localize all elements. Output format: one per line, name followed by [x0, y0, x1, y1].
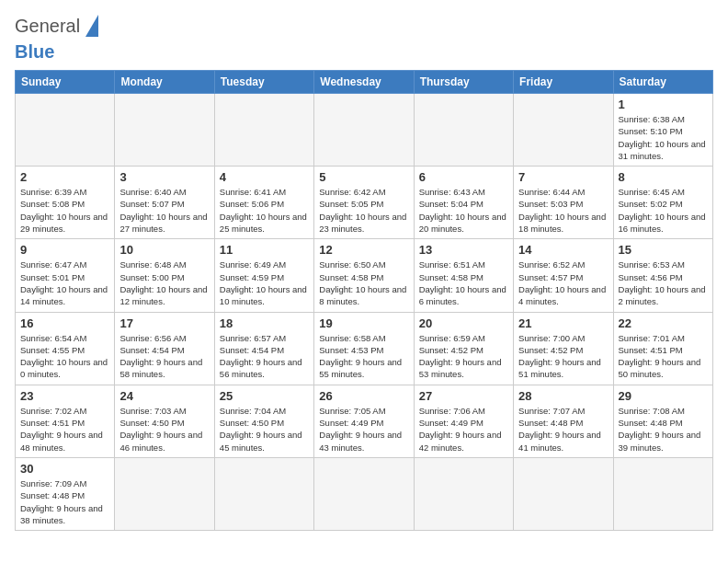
- day-number-11: 11: [220, 243, 309, 257]
- calendar-cell-26: 26Sunrise: 7:05 AM Sunset: 4:49 PM Dayli…: [314, 385, 414, 457]
- calendar-cell-30: 30Sunrise: 7:09 AM Sunset: 4:48 PM Dayli…: [16, 457, 115, 530]
- logo-container: General: [15, 15, 98, 37]
- weekday-header-sunday: Sunday: [16, 71, 115, 94]
- day-number-4: 4: [220, 170, 309, 184]
- day-number-30: 30: [20, 462, 109, 476]
- day-info-7: Sunrise: 6:44 AM Sunset: 5:03 PM Dayligh…: [518, 186, 608, 235]
- day-info-21: Sunrise: 7:00 AM Sunset: 4:52 PM Dayligh…: [518, 332, 608, 381]
- calendar-cell-empty-2: [214, 94, 313, 167]
- day-number-29: 29: [619, 389, 708, 403]
- day-number-17: 17: [119, 316, 209, 330]
- day-number-15: 15: [619, 243, 708, 257]
- day-number-14: 14: [518, 243, 608, 257]
- calendar-table: SundayMondayTuesdayWednesdayThursdayFrid…: [15, 70, 713, 531]
- calendar-row-4: 16Sunrise: 6:54 AM Sunset: 4:55 PM Dayli…: [16, 312, 713, 385]
- calendar-row-2: 2Sunrise: 6:39 AM Sunset: 5:08 PM Daylig…: [16, 167, 713, 239]
- calendar-cell-29: 29Sunrise: 7:08 AM Sunset: 4:48 PM Dayli…: [613, 385, 712, 457]
- day-info-29: Sunrise: 7:08 AM Sunset: 4:48 PM Dayligh…: [619, 405, 708, 454]
- day-number-25: 25: [220, 389, 309, 403]
- day-info-16: Sunrise: 6:54 AM Sunset: 4:55 PM Dayligh…: [20, 332, 109, 381]
- calendar-cell-1: 1Sunrise: 6:38 AM Sunset: 5:10 PM Daylig…: [613, 94, 712, 167]
- logo-general-text: General: [15, 15, 80, 37]
- calendar-cell-23: 23Sunrise: 7:02 AM Sunset: 4:51 PM Dayli…: [16, 385, 115, 457]
- calendar-cell-empty-last-3: [414, 457, 513, 530]
- calendar-cell-16: 16Sunrise: 6:54 AM Sunset: 4:55 PM Dayli…: [16, 312, 115, 385]
- day-number-6: 6: [419, 170, 508, 184]
- day-number-27: 27: [419, 389, 508, 403]
- day-info-13: Sunrise: 6:51 AM Sunset: 4:58 PM Dayligh…: [419, 259, 508, 307]
- calendar-cell-13: 13Sunrise: 6:51 AM Sunset: 4:58 PM Dayli…: [414, 239, 513, 312]
- calendar-row-3: 9Sunrise: 6:47 AM Sunset: 5:01 PM Daylig…: [16, 239, 713, 312]
- day-number-12: 12: [319, 243, 408, 257]
- weekday-header-wednesday: Wednesday: [314, 71, 414, 94]
- day-number-10: 10: [119, 243, 209, 257]
- calendar-cell-empty-0: [16, 94, 115, 167]
- day-info-12: Sunrise: 6:50 AM Sunset: 4:58 PM Dayligh…: [319, 259, 408, 307]
- logo-blue-label: Blue: [15, 41, 54, 62]
- day-info-26: Sunrise: 7:05 AM Sunset: 4:49 PM Dayligh…: [319, 405, 408, 454]
- day-number-5: 5: [319, 170, 408, 184]
- logo: General Blue: [15, 15, 98, 63]
- logo-blue-text: Blue: [15, 40, 54, 63]
- day-info-28: Sunrise: 7:07 AM Sunset: 4:48 PM Dayligh…: [518, 405, 608, 454]
- calendar-cell-25: 25Sunrise: 7:04 AM Sunset: 4:50 PM Dayli…: [214, 385, 313, 457]
- weekday-header-row: SundayMondayTuesdayWednesdayThursdayFrid…: [16, 71, 713, 94]
- day-info-19: Sunrise: 6:58 AM Sunset: 4:53 PM Dayligh…: [319, 332, 408, 381]
- day-info-22: Sunrise: 7:01 AM Sunset: 4:51 PM Dayligh…: [619, 332, 708, 381]
- day-info-30: Sunrise: 7:09 AM Sunset: 4:48 PM Dayligh…: [20, 477, 109, 526]
- weekday-header-thursday: Thursday: [414, 71, 513, 94]
- calendar-cell-6: 6Sunrise: 6:43 AM Sunset: 5:04 PM Daylig…: [414, 167, 513, 239]
- weekday-header-tuesday: Tuesday: [214, 71, 313, 94]
- calendar-cell-empty-last-0: [115, 457, 214, 530]
- day-info-10: Sunrise: 6:48 AM Sunset: 5:00 PM Dayligh…: [119, 259, 209, 307]
- calendar-cell-14: 14Sunrise: 6:52 AM Sunset: 4:57 PM Dayli…: [514, 239, 613, 312]
- weekday-header-monday: Monday: [115, 71, 214, 94]
- calendar-cell-empty-last-4: [514, 457, 613, 530]
- calendar-cell-4: 4Sunrise: 6:41 AM Sunset: 5:06 PM Daylig…: [214, 167, 313, 239]
- page-header: General Blue: [15, 15, 713, 63]
- day-info-6: Sunrise: 6:43 AM Sunset: 5:04 PM Dayligh…: [419, 186, 508, 235]
- calendar-cell-15: 15Sunrise: 6:53 AM Sunset: 4:56 PM Dayli…: [613, 239, 712, 312]
- day-number-24: 24: [119, 389, 209, 403]
- weekday-header-friday: Friday: [514, 71, 613, 94]
- day-info-15: Sunrise: 6:53 AM Sunset: 4:56 PM Dayligh…: [619, 259, 708, 307]
- calendar-cell-7: 7Sunrise: 6:44 AM Sunset: 5:03 PM Daylig…: [514, 167, 613, 239]
- day-info-25: Sunrise: 7:04 AM Sunset: 4:50 PM Dayligh…: [220, 405, 309, 454]
- day-number-23: 23: [20, 389, 109, 403]
- day-info-23: Sunrise: 7:02 AM Sunset: 4:51 PM Dayligh…: [20, 405, 109, 454]
- calendar-cell-empty-last-5: [613, 457, 712, 530]
- day-info-14: Sunrise: 6:52 AM Sunset: 4:57 PM Dayligh…: [518, 259, 608, 307]
- day-number-9: 9: [20, 243, 109, 257]
- calendar-cell-20: 20Sunrise: 6:59 AM Sunset: 4:52 PM Dayli…: [414, 312, 513, 385]
- calendar-cell-12: 12Sunrise: 6:50 AM Sunset: 4:58 PM Dayli…: [314, 239, 414, 312]
- day-number-16: 16: [20, 316, 109, 330]
- day-number-19: 19: [319, 316, 408, 330]
- calendar-cell-22: 22Sunrise: 7:01 AM Sunset: 4:51 PM Dayli…: [613, 312, 712, 385]
- day-info-17: Sunrise: 6:56 AM Sunset: 4:54 PM Dayligh…: [119, 332, 209, 381]
- day-number-20: 20: [419, 316, 508, 330]
- calendar-cell-empty-last-2: [314, 457, 414, 530]
- day-info-20: Sunrise: 6:59 AM Sunset: 4:52 PM Dayligh…: [419, 332, 508, 381]
- calendar-cell-27: 27Sunrise: 7:06 AM Sunset: 4:49 PM Dayli…: [414, 385, 513, 457]
- calendar-cell-18: 18Sunrise: 6:57 AM Sunset: 4:54 PM Dayli…: [214, 312, 313, 385]
- day-info-9: Sunrise: 6:47 AM Sunset: 5:01 PM Dayligh…: [20, 259, 109, 307]
- day-info-4: Sunrise: 6:41 AM Sunset: 5:06 PM Dayligh…: [220, 186, 309, 235]
- day-info-5: Sunrise: 6:42 AM Sunset: 5:05 PM Dayligh…: [319, 186, 408, 235]
- day-info-24: Sunrise: 7:03 AM Sunset: 4:50 PM Dayligh…: [119, 405, 209, 454]
- calendar-cell-28: 28Sunrise: 7:07 AM Sunset: 4:48 PM Dayli…: [514, 385, 613, 457]
- logo-triangle-icon: [85, 15, 98, 37]
- day-info-18: Sunrise: 6:57 AM Sunset: 4:54 PM Dayligh…: [220, 332, 309, 381]
- day-number-22: 22: [619, 316, 708, 330]
- calendar-cell-5: 5Sunrise: 6:42 AM Sunset: 5:05 PM Daylig…: [314, 167, 414, 239]
- day-number-21: 21: [518, 316, 608, 330]
- calendar-cell-empty-4: [414, 94, 513, 167]
- calendar-row-5: 23Sunrise: 7:02 AM Sunset: 4:51 PM Dayli…: [16, 385, 713, 457]
- day-number-1: 1: [619, 98, 708, 111]
- calendar-cell-17: 17Sunrise: 6:56 AM Sunset: 4:54 PM Dayli…: [115, 312, 214, 385]
- calendar-row-1: 1Sunrise: 6:38 AM Sunset: 5:10 PM Daylig…: [16, 94, 713, 167]
- calendar-cell-3: 3Sunrise: 6:40 AM Sunset: 5:07 PM Daylig…: [115, 167, 214, 239]
- calendar-cell-empty-3: [314, 94, 414, 167]
- calendar-cell-empty-last-1: [214, 457, 313, 530]
- day-info-11: Sunrise: 6:49 AM Sunset: 4:59 PM Dayligh…: [220, 259, 309, 307]
- calendar-cell-10: 10Sunrise: 6:48 AM Sunset: 5:00 PM Dayli…: [115, 239, 214, 312]
